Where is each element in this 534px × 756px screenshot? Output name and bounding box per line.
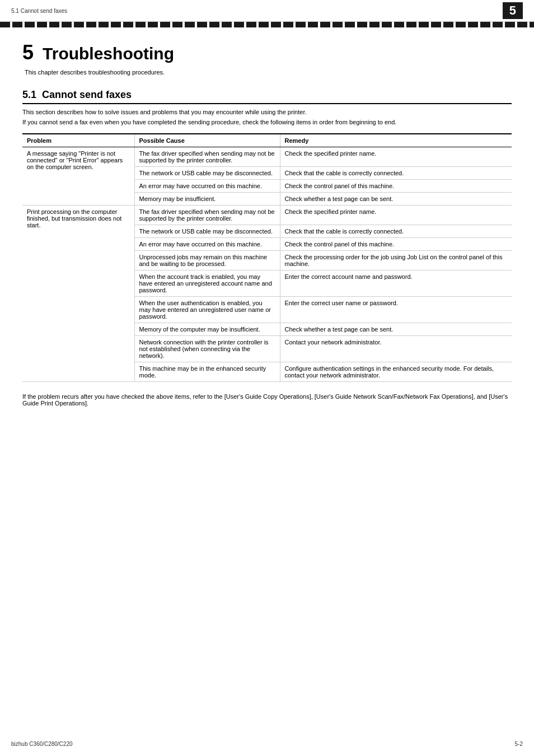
col-header-problem: Problem (22, 134, 134, 147)
decorative-bar (0, 22, 534, 27)
table-row: A message saying "Printer is not connect… (22, 147, 512, 167)
cause-cell: The fax driver specified when sending ma… (134, 206, 280, 225)
problem-cell: A message saying "Printer is not connect… (22, 147, 134, 206)
remedy-cell: Check the control panel of this machine. (280, 238, 512, 251)
problem-cell: Print processing on the computer finishe… (22, 206, 134, 382)
cause-cell: When the user authentication is enabled,… (134, 297, 280, 323)
footer-note: If the problem recurs after you have che… (22, 393, 512, 407)
footer-page-number: 5-2 (515, 741, 523, 747)
remedy-cell: Check the specified printer name. (280, 147, 512, 167)
cause-cell: An error may have occurred on this machi… (134, 238, 280, 251)
chapter-name: Troubleshooting (43, 44, 174, 63)
cause-cell: The network or USB cable may be disconne… (134, 225, 280, 238)
remedy-cell: Check that the cable is correctly connec… (280, 167, 512, 180)
header-section-label: 5.1 Cannot send faxes (11, 8, 67, 14)
chapter-title: 5 Troubleshooting (22, 41, 512, 64)
chapter-number: 5 (22, 41, 34, 64)
cause-cell: Memory may be insufficient. (134, 193, 280, 206)
remedy-cell: Enter the correct account name and passw… (280, 270, 512, 297)
chapter-intro: This chapter describes troubleshooting p… (25, 69, 512, 76)
footer-product-name: bizhub C360/C280/C220 (11, 741, 73, 747)
cause-cell: The fax driver specified when sending ma… (134, 147, 280, 167)
cause-cell: The network or USB cable may be disconne… (134, 167, 280, 180)
remedy-cell: Check the processing order for the job u… (280, 251, 512, 270)
section-number: 5.1 (22, 89, 36, 101)
section-title: 5.1 Cannot send faxes (22, 89, 512, 104)
section-desc1: This section describes how to solve issu… (22, 109, 512, 115)
remedy-cell: Enter the correct user name or password. (280, 297, 512, 323)
cause-cell: An error may have occurred on this machi… (134, 180, 280, 193)
main-content: 5 Troubleshooting This chapter describes… (0, 27, 534, 429)
col-header-remedy: Remedy (280, 134, 512, 147)
remedy-cell: Check the specified printer name. (280, 206, 512, 225)
cause-cell: Memory of the computer may be insufficie… (134, 323, 280, 336)
troubleshooting-table: Problem Possible Cause Remedy A message … (22, 133, 512, 382)
cause-cell: This machine may be in the enhanced secu… (134, 362, 280, 382)
page-footer: bizhub C360/C280/C220 5-2 (0, 741, 534, 747)
page-header: 5.1 Cannot send faxes 5 (0, 0, 534, 22)
table-row: Print processing on the computer finishe… (22, 206, 512, 225)
cause-cell: When the account track is enabled, you m… (134, 270, 280, 297)
remedy-cell: Check whether a test page can be sent. (280, 193, 512, 206)
cause-cell: Network connection with the printer cont… (134, 336, 280, 362)
section-desc2: If you cannot send a fax even when you h… (22, 119, 512, 125)
chapter-badge: 5 (503, 2, 523, 19)
col-header-cause: Possible Cause (134, 134, 280, 147)
remedy-cell: Check the control panel of this machine. (280, 180, 512, 193)
remedy-cell: Check that the cable is correctly connec… (280, 225, 512, 238)
remedy-cell: Contact your network administrator. (280, 336, 512, 362)
cause-cell: Unprocessed jobs may remain on this mach… (134, 251, 280, 270)
remedy-cell: Check whether a test page can be sent. (280, 323, 512, 336)
remedy-cell: Configure authentication settings in the… (280, 362, 512, 382)
section-name: Cannot send faxes (42, 89, 132, 101)
